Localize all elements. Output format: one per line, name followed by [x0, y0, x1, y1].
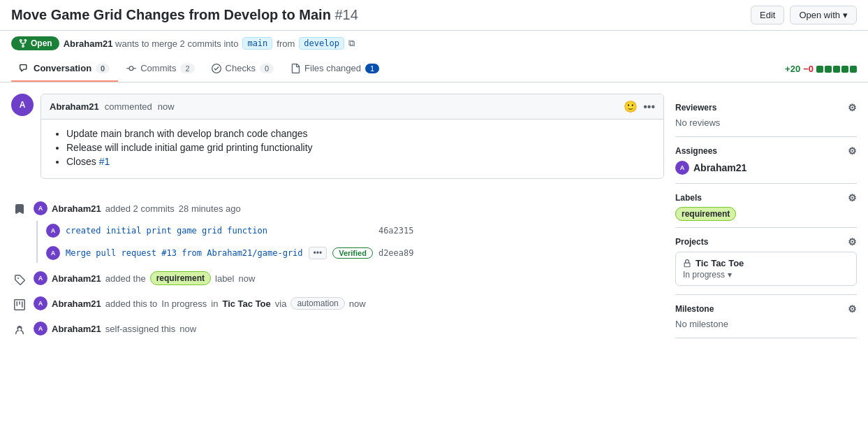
- labels-gear-icon[interactable]: ⚙: [848, 192, 857, 203]
- project-status: In progress ▾: [683, 270, 849, 280]
- comment-header: Abraham21 commented now 🙂 •••: [41, 94, 663, 120]
- milestone-gear-icon[interactable]: ⚙: [848, 303, 857, 315]
- self-assign-avatar: A: [34, 322, 47, 336]
- project-timeline-content: A Abraham21 added this to In progress in…: [34, 296, 366, 310]
- project-action: added this to: [105, 298, 157, 309]
- tab-checks[interactable]: Checks 0: [203, 56, 282, 82]
- commits-action: added 2 commits: [105, 203, 175, 214]
- label-timeline-content: A Abraham21 added the requirement label …: [34, 271, 255, 285]
- projects-gear-icon[interactable]: ⚙: [848, 236, 857, 247]
- diff-block-1: [816, 66, 823, 73]
- self-assign-time: now: [179, 324, 196, 334]
- labels-requirement-badge: requirement: [675, 207, 736, 221]
- tab-commits-label: Commits: [140, 63, 176, 73]
- assignees-label: Assignees: [675, 146, 717, 156]
- diff-block-5: [850, 66, 857, 73]
- commit-ellipsis-button[interactable]: •••: [309, 247, 328, 259]
- assignee-name: Abraham21: [693, 162, 746, 173]
- diff-block-3: [833, 66, 840, 73]
- project-status-label: In progress: [683, 270, 725, 280]
- comment-with-avatar: A Abraham21 commented now 🙂 ••• Update: [11, 94, 664, 190]
- diff-block-4: [841, 66, 848, 73]
- comment-header-actions: 🙂 •••: [624, 100, 655, 113]
- label-author: Abraham21: [52, 273, 101, 284]
- sidebar-labels: Labels ⚙ requirement: [675, 184, 857, 228]
- commit-author-avatar-2: A: [46, 246, 60, 260]
- commits-timeline-content: A Abraham21 added 2 commits 28 minutes a…: [34, 201, 414, 263]
- diff-block-2: [825, 66, 832, 73]
- commit-sha-2: d2eea89: [378, 248, 414, 258]
- emoji-button[interactable]: 🙂: [624, 100, 638, 113]
- project-item: Tic Tac Toe In progress ▾: [675, 252, 857, 286]
- project-status-text: In progress: [161, 298, 207, 309]
- label-action2: label: [215, 273, 234, 284]
- projects-label: Projects: [675, 237, 708, 247]
- assignee-avatar: A: [675, 161, 689, 175]
- tab-conversation-label: Conversation: [34, 63, 91, 73]
- label-action: added the: [105, 273, 146, 284]
- tab-files-label: Files changed: [304, 63, 361, 73]
- chevron-down-icon: ▾: [843, 10, 848, 20]
- milestone-header: Milestone ⚙: [675, 303, 857, 315]
- labels-value: requirement: [675, 208, 857, 219]
- checks-icon: [212, 64, 221, 73]
- diff-additions: +20: [785, 64, 800, 74]
- more-options-button[interactable]: •••: [643, 101, 655, 113]
- verified-badge: Verified: [332, 247, 373, 259]
- closes-link[interactable]: #1: [99, 156, 110, 167]
- timeline-self-assign: A Abraham21 self-assigned this now: [11, 322, 664, 338]
- diff-deletions: −0: [803, 64, 814, 74]
- main-layout: A Abraham21 commented now 🙂 ••• Update: [0, 82, 868, 358]
- comment-item-2: Release will include initial game grid p…: [66, 142, 652, 153]
- project-preposition: in: [211, 298, 218, 309]
- commits-timeline-header: A Abraham21 added 2 commits 28 minutes a…: [34, 201, 414, 215]
- commit-message-1[interactable]: created initial print game grid function: [66, 226, 267, 236]
- project-status-chevron[interactable]: ▾: [728, 270, 732, 280]
- assignees-value: A Abraham21: [675, 161, 857, 175]
- target-branch-tag: main: [242, 37, 272, 50]
- tab-files-changed[interactable]: Files changed 1: [282, 56, 388, 82]
- project-time: now: [349, 298, 366, 309]
- sidebar: Reviewers ⚙ No reviews Assignees ⚙ A Abr…: [675, 94, 857, 347]
- milestone-value: No milestone: [675, 319, 857, 329]
- copy-icon[interactable]: ⧉: [348, 38, 355, 49]
- reviewers-gear-icon[interactable]: ⚙: [848, 102, 857, 113]
- assign-timeline-icon: [11, 322, 28, 338]
- label-time: now: [238, 273, 255, 284]
- comment-list: Update main branch with develop branch c…: [66, 128, 652, 167]
- tab-files-count: 1: [365, 64, 379, 73]
- project-name: Tic Tac Toe: [222, 298, 270, 309]
- sidebar-assignees: Assignees ⚙ A Abraham21: [675, 137, 857, 184]
- commits-icon: [126, 64, 136, 73]
- commits-time: 28 minutes ago: [179, 203, 241, 214]
- tab-conversation[interactable]: Conversation 0: [11, 56, 118, 82]
- labels-header: Labels ⚙: [675, 192, 857, 203]
- pr-title-text: Move Game Grid Changes from Develop to M…: [11, 7, 331, 22]
- projects-header: Projects ⚙: [675, 236, 857, 247]
- tab-commits[interactable]: Commits 2: [118, 56, 203, 82]
- project-author-avatar: A: [34, 296, 47, 310]
- sidebar-reviewers: Reviewers ⚙ No reviews: [675, 94, 857, 137]
- lock-icon: [683, 259, 691, 268]
- conversation-area: A Abraham21 commented now 🙂 ••• Update: [11, 94, 664, 347]
- timeline-project: A Abraham21 added this to In progress in…: [11, 296, 664, 313]
- reviewers-header: Reviewers ⚙: [675, 102, 857, 113]
- comment-action: commented: [105, 101, 152, 112]
- top-bar: Move Game Grid Changes from Develop to M…: [0, 0, 868, 31]
- open-with-label: Open with: [799, 10, 840, 20]
- sidebar-milestone: Milestone ⚙ No milestone: [675, 295, 857, 338]
- commit-message-2[interactable]: Merge pull request #13 from Abraham21/ga…: [66, 248, 303, 258]
- assignees-gear-icon[interactable]: ⚙: [848, 145, 857, 157]
- commit-row-1: A created initial print game grid functi…: [46, 221, 414, 240]
- from-word: from: [277, 38, 295, 49]
- tab-conversation-count: 0: [96, 64, 110, 73]
- pr-author: Abraham21 wants to merge 2 commits into: [64, 38, 239, 49]
- open-with-button[interactable]: Open with ▾: [790, 6, 857, 24]
- self-assign-content: A Abraham21 self-assigned this now: [34, 322, 196, 336]
- conversation-icon: [20, 64, 29, 73]
- commits-author: Abraham21: [52, 203, 101, 214]
- edit-button[interactable]: Edit: [751, 6, 784, 24]
- project-name-text: Tic Tac Toe: [696, 258, 744, 268]
- comment-block: Abraham21 commented now 🙂 ••• Update mai…: [41, 94, 664, 179]
- diff-stats: +20 −0: [785, 64, 857, 74]
